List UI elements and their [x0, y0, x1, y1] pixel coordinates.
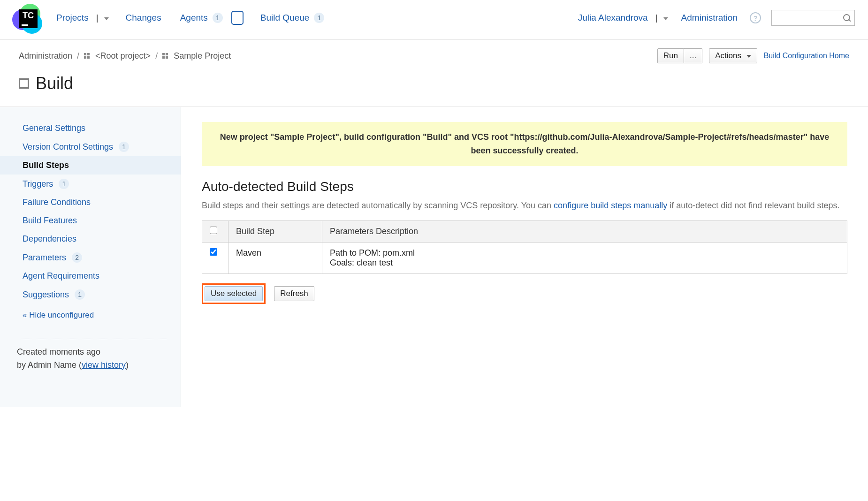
created-line1: Created moments ago — [17, 346, 171, 359]
separator: | — [655, 13, 658, 23]
sidebar-item-build-features[interactable]: Build Features — [0, 212, 181, 230]
build-steps-table: Build Step Parameters Description MavenP… — [202, 220, 847, 274]
sidebar-item-badge: 1 — [75, 289, 85, 300]
nav-changes-label: Changes — [126, 13, 161, 23]
table-row: MavenPath to POM: pom.xmlGoals: clean te… — [202, 243, 847, 274]
sidebar: General SettingsVersion Control Settings… — [0, 107, 181, 407]
sidebar-item-label: Build Steps — [23, 160, 69, 170]
sidebar-item-label: Build Features — [23, 216, 77, 226]
sidebar-item-badge: 1 — [59, 179, 69, 189]
separator: | — [96, 13, 99, 23]
search-input[interactable] — [771, 10, 855, 26]
chevron-down-icon[interactable] — [663, 17, 668, 20]
build-config-home-link[interactable]: Build Configuration Home — [764, 52, 849, 60]
sidebar-item-dependencies[interactable]: Dependencies — [0, 230, 181, 248]
sidebar-item-parameters[interactable]: Parameters2 — [0, 248, 181, 267]
sidebar-item-badge: 2 — [72, 252, 82, 263]
nav-administration-label: Administration — [681, 13, 738, 23]
row-build-step: Maven — [228, 243, 322, 274]
main-content: New project "Sample Project", build conf… — [181, 107, 868, 407]
nav-build-queue[interactable]: Build Queue 1 — [259, 10, 327, 26]
sidebar-item-label: Suggestions — [23, 290, 69, 300]
view-history-link[interactable]: view history — [82, 360, 126, 370]
nav-user-label: Julia Alexandrova — [578, 13, 648, 23]
nav-build-queue-label: Build Queue — [260, 13, 310, 23]
col-build-step: Build Step — [228, 221, 322, 243]
sidebar-item-label: Dependencies — [23, 234, 76, 244]
sidebar-item-badge: 1 — [119, 142, 129, 152]
top-navigation: TC Projects | Changes Agents 1 Build Que… — [0, 0, 868, 40]
sidebar-item-suggestions[interactable]: Suggestions1 — [0, 285, 181, 304]
configure-manually-link[interactable]: configure build steps manually — [554, 201, 667, 210]
section-description: Build steps and their settings are detec… — [202, 199, 847, 213]
sidebar-item-label: Version Control Settings — [23, 142, 113, 152]
breadcrumb-project: Sample Project — [174, 51, 231, 61]
nav-changes[interactable]: Changes — [124, 10, 163, 26]
refresh-button[interactable]: Refresh — [274, 286, 314, 301]
nav-user[interactable]: Julia Alexandrova — [576, 10, 650, 26]
sidebar-item-failure-conditions[interactable]: Failure Conditions — [0, 193, 181, 212]
hide-unconfigured-link[interactable]: « Hide unconfigured — [0, 304, 181, 324]
nav-projects[interactable]: Projects — [54, 10, 91, 26]
breadcrumb: Administration / <Root project> / Sample… — [19, 51, 653, 61]
project-icon — [84, 53, 90, 59]
chevron-down-icon[interactable] — [104, 17, 109, 20]
section-desc-before: Build steps and their settings are detec… — [202, 201, 554, 210]
outline-box-icon[interactable] — [231, 11, 244, 25]
nav-agents-label: Agents — [180, 13, 208, 23]
sidebar-item-general-settings[interactable]: General Settings — [0, 119, 181, 137]
select-all-checkbox[interactable] — [210, 227, 217, 234]
sidebar-item-build-steps[interactable]: Build Steps — [0, 156, 181, 175]
build-icon — [19, 78, 29, 89]
sidebar-item-label: Agent Requirements — [23, 271, 99, 281]
logo-text: TC — [19, 9, 38, 28]
highlight-annotation: Use selected — [202, 283, 266, 304]
page-title: Build — [36, 74, 73, 93]
created-meta: Created moments ago by Admin Name (view … — [0, 346, 181, 372]
nav-administration[interactable]: Administration — [679, 10, 739, 26]
run-button-group: Run ... — [657, 48, 702, 63]
created-line2-prefix: by Admin Name ( — [17, 360, 82, 370]
sidebar-item-label: Failure Conditions — [23, 197, 91, 207]
sidebar-item-agent-requirements[interactable]: Agent Requirements — [0, 267, 181, 285]
page-header: Administration / <Root project> / Sample… — [0, 40, 868, 107]
search-icon — [843, 14, 851, 22]
col-parameters: Parameters Description — [322, 221, 847, 243]
created-line2-suffix: ) — [126, 360, 129, 370]
actions-button-label: Actions — [715, 51, 741, 60]
use-selected-button[interactable]: Use selected — [205, 286, 263, 301]
run-button[interactable]: Run — [657, 48, 684, 63]
sidebar-item-triggers[interactable]: Triggers1 — [0, 175, 181, 193]
breadcrumb-root[interactable]: <Root project> — [95, 51, 151, 61]
build-queue-count-badge: 1 — [314, 13, 324, 23]
actions-button[interactable]: Actions — [709, 48, 757, 63]
success-notice: New project "Sample Project", build conf… — [202, 122, 847, 166]
project-icon — [162, 53, 168, 59]
app-logo[interactable]: TC — [13, 5, 39, 31]
chevron-down-icon — [746, 55, 751, 58]
row-checkbox[interactable] — [210, 248, 217, 256]
sidebar-item-label: Triggers — [23, 179, 53, 189]
divider — [17, 339, 167, 339]
sidebar-item-version-control-settings[interactable]: Version Control Settings1 — [0, 137, 181, 156]
help-icon[interactable]: ? — [750, 12, 761, 23]
nav-projects-label: Projects — [56, 13, 89, 23]
agents-count-badge: 1 — [213, 13, 223, 23]
nav-agents[interactable]: Agents 1 — [178, 10, 225, 26]
row-parameters: Path to POM: pom.xmlGoals: clean test — [322, 243, 847, 274]
section-desc-after: if auto-detect did not find relevant bui… — [667, 201, 839, 210]
sidebar-item-label: General Settings — [23, 123, 85, 133]
sidebar-item-label: Parameters — [23, 253, 66, 263]
breadcrumb-admin[interactable]: Administration — [19, 51, 72, 61]
select-all-header — [202, 221, 228, 243]
run-more-button[interactable]: ... — [684, 48, 702, 63]
section-title: Auto-detected Build Steps — [202, 179, 847, 194]
